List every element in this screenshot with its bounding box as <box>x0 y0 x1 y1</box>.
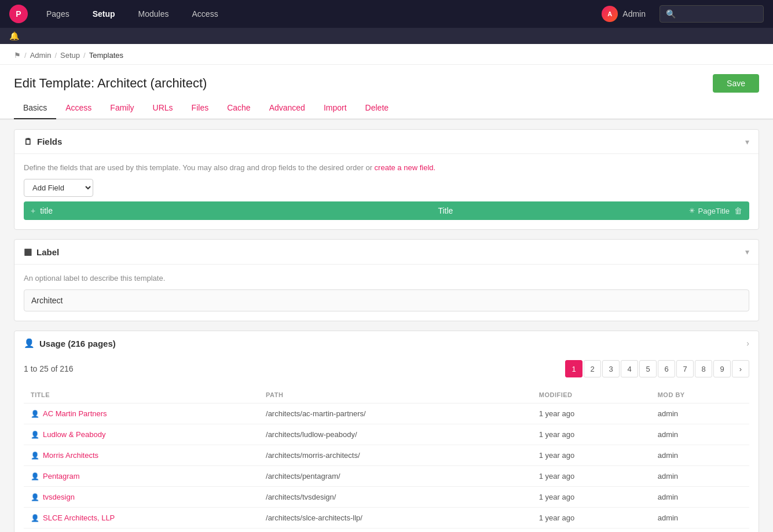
tab-family[interactable]: Family <box>101 97 143 119</box>
usage-section-header[interactable]: 👤 Usage (216 pages) › <box>14 331 759 355</box>
nav-access[interactable]: Access <box>188 7 223 21</box>
page-btn-3[interactable]: 3 <box>602 360 620 377</box>
label-input[interactable] <box>24 289 749 311</box>
page-btn-8[interactable]: 8 <box>695 360 712 377</box>
nav-pages[interactable]: Pages <box>42 7 74 21</box>
table-row: 👤 Rafael Viñoly /architects/rafael-vinol… <box>24 529 749 533</box>
usage-body: 1 to 25 of 216 1 2 3 4 5 6 7 8 9 › T <box>14 355 759 532</box>
tab-delete[interactable]: Delete <box>356 97 398 119</box>
field-display-name: Title <box>202 206 688 215</box>
page-btn-9[interactable]: 9 <box>713 360 731 377</box>
label-collapse-btn[interactable]: ▾ <box>745 247 749 256</box>
row-modby: admin <box>651 529 749 533</box>
page-btn-5[interactable]: 5 <box>639 360 657 377</box>
add-field-select[interactable]: Add Field <box>24 179 93 197</box>
table-row: 👤 SLCE Architects, LLP /architects/slce-… <box>24 508 749 529</box>
table-header-row: Title Path Modified Mod By <box>24 387 749 403</box>
tab-cache[interactable]: Cache <box>218 97 259 119</box>
page-icon: 👤 <box>31 452 39 460</box>
field-delete-btn[interactable]: 🗑 <box>734 206 742 215</box>
search-box[interactable]: 🔍 <box>660 5 764 23</box>
nav-setup[interactable]: Setup <box>88 7 120 21</box>
field-name: title <box>40 206 202 215</box>
nav-modules[interactable]: Modules <box>134 7 174 21</box>
col-title: Title <box>24 387 259 403</box>
row-title-link[interactable]: 👤 Ludlow & Peabody <box>31 430 252 439</box>
admin-label: Admin <box>622 9 646 19</box>
admin-avatar: A <box>602 6 618 22</box>
tab-advanced[interactable]: Advanced <box>260 97 314 119</box>
tab-files[interactable]: Files <box>182 97 218 119</box>
field-drag-handle[interactable]: + <box>31 206 35 215</box>
fields-description: Define the fields that are used by this … <box>24 163 749 172</box>
page-btn-4[interactable]: 4 <box>621 360 638 377</box>
tab-import[interactable]: Import <box>314 97 356 119</box>
main-content: 🗒 Fields ▾ Define the fields that are us… <box>0 120 773 532</box>
row-path: /architects/tvsdesign/ <box>259 487 532 508</box>
tab-basics[interactable]: Basics <box>14 97 56 119</box>
page-icon: 👤 <box>31 493 39 501</box>
breadcrumb: ⚑ / Admin / Setup / Templates <box>0 44 773 65</box>
page-btn-6[interactable]: 6 <box>658 360 675 377</box>
row-title-link[interactable]: 👤 tvsdesign <box>31 493 252 501</box>
row-modby: admin <box>651 445 749 466</box>
row-title-cell: 👤 AC Martin Partners <box>24 403 259 424</box>
row-modby: admin <box>651 508 749 529</box>
fields-icon: 🗒 <box>24 137 32 146</box>
label-section: ▦ Label ▾ An optional label to describe … <box>14 239 759 321</box>
app-logo[interactable]: P <box>9 5 28 23</box>
tab-access[interactable]: Access <box>56 97 101 119</box>
row-title-link[interactable]: 👤 Morris Architects <box>31 451 252 460</box>
usage-table: Title Path Modified Mod By 👤 AC Martin P… <box>24 387 749 532</box>
page-btn-next[interactable]: › <box>732 360 749 377</box>
page-btn-2[interactable]: 2 <box>584 360 601 377</box>
field-type-icon: ✳ <box>689 207 695 215</box>
row-title-cell: 👤 Morris Architects <box>24 445 259 466</box>
row-title-link[interactable]: 👤 SLCE Architects, LLP <box>31 513 252 522</box>
row-modby: admin <box>651 466 749 487</box>
admin-section[interactable]: A Admin <box>602 6 646 22</box>
usage-title: 👤 Usage (216 pages) <box>24 338 116 348</box>
label-title: ▦ Label <box>24 247 59 257</box>
search-input[interactable] <box>679 10 757 19</box>
breadcrumb-current: Templates <box>89 51 123 60</box>
breadcrumb-admin[interactable]: Admin <box>30 51 52 60</box>
page-icon: 👤 <box>31 472 39 480</box>
row-modby: admin <box>651 403 749 424</box>
usage-collapse-btn[interactable]: › <box>746 339 749 348</box>
home-icon: ⚑ <box>14 51 21 60</box>
row-modified: 1 year ago <box>532 508 651 529</box>
row-path: /architects/rafael-vinoly/ <box>259 529 532 533</box>
row-path: /architects/morris-architects/ <box>259 445 532 466</box>
page-icon: 👤 <box>31 410 39 418</box>
fields-title: 🗒 Fields <box>24 137 62 146</box>
label-icon: ▦ <box>24 247 32 257</box>
page-title: Edit Template: Architect (architect) <box>14 76 207 91</box>
col-modified: Modified <box>532 387 651 403</box>
field-row-title[interactable]: + title Title ✳ PageTitle 🗑 <box>24 201 749 220</box>
create-field-link[interactable]: create a new field. <box>375 163 436 172</box>
row-modified: 1 year ago <box>532 529 651 533</box>
notification-bar: 🔔 <box>0 28 773 44</box>
save-button[interactable]: Save <box>713 74 759 93</box>
row-title-link[interactable]: 👤 Pentagram <box>31 472 252 480</box>
table-row: 👤 Pentagram /architects/pentagram/ 1 yea… <box>24 466 749 487</box>
bell-icon[interactable]: 🔔 <box>9 31 19 41</box>
row-path: /architects/slce-architects-llp/ <box>259 508 532 529</box>
usage-section: 👤 Usage (216 pages) › 1 to 25 of 216 1 2… <box>14 331 759 532</box>
label-body: An optional label to describe this templ… <box>14 265 759 321</box>
fields-collapse-btn[interactable]: ▾ <box>745 137 749 146</box>
row-title-link[interactable]: 👤 AC Martin Partners <box>31 409 252 418</box>
tab-urls[interactable]: URLs <box>144 97 182 119</box>
row-modified: 1 year ago <box>532 424 651 445</box>
row-modified: 1 year ago <box>532 445 651 466</box>
table-row: 👤 tvsdesign /architects/tvsdesign/ 1 yea… <box>24 487 749 508</box>
page-btn-1[interactable]: 1 <box>565 360 583 377</box>
label-section-header: ▦ Label ▾ <box>14 240 759 265</box>
table-row: 👤 Morris Architects /architects/morris-a… <box>24 445 749 466</box>
breadcrumb-setup[interactable]: Setup <box>60 51 80 60</box>
fields-section-header: 🗒 Fields ▾ <box>14 130 759 154</box>
page-btn-7[interactable]: 7 <box>676 360 694 377</box>
row-title-cell: 👤 tvsdesign <box>24 487 259 508</box>
page-header: Edit Template: Architect (architect) Sav… <box>0 65 773 93</box>
